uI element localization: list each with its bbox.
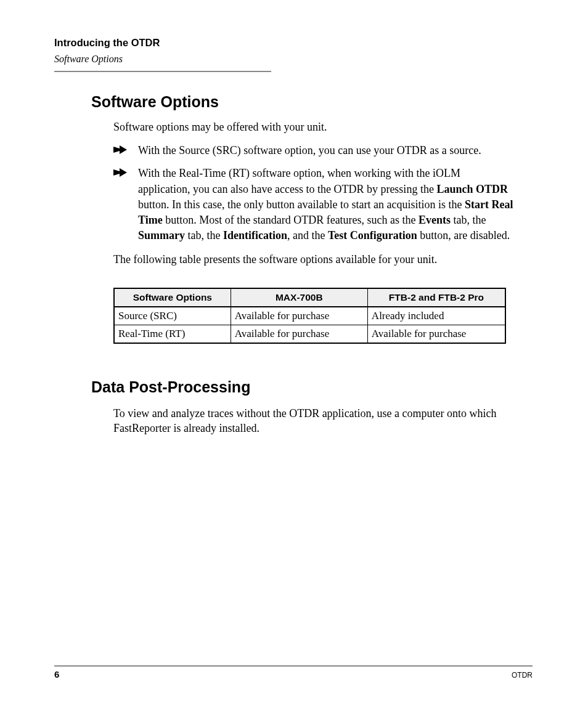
section-heading-data-post-processing: Data Post-Processing (91, 378, 533, 396)
body-text: tab, the (185, 229, 223, 241)
table-cell: Available for purchase (367, 325, 505, 343)
table-header-cell: Software Options (114, 288, 231, 307)
table-row: Source (SRC)Available for purchaseAlread… (114, 307, 505, 325)
intro-paragraph: Software options may be offered with you… (113, 120, 514, 134)
table-header-row: Software OptionsMAX-700BFTB-2 and FTB-2 … (114, 288, 505, 307)
feature-list: With the Source (SRC) software option, y… (113, 143, 514, 243)
header-section-label: Software Options (54, 54, 533, 65)
page-number: 6 (54, 669, 59, 680)
table-cell: Already included (367, 307, 505, 325)
software-options-table: Software OptionsMAX-700BFTB-2 and FTB-2 … (113, 288, 506, 344)
body-text: tab, the (451, 214, 486, 226)
table-lead-in: The following table presents the softwar… (113, 252, 514, 267)
section-heading-software-options: Software Options (91, 93, 533, 111)
list-item: With the Source (SRC) software option, y… (113, 143, 514, 158)
table-cell: Available for purchase (231, 307, 367, 325)
footer-doc-label: OTDR (512, 671, 533, 680)
header-rule (54, 71, 271, 72)
list-item: With the Real-Time (RT) software option,… (113, 166, 514, 243)
table-row: Real-Time (RT)Available for purchaseAvai… (114, 325, 505, 343)
svg-marker-1 (113, 168, 127, 177)
svg-marker-0 (113, 145, 127, 154)
page-footer: 6 OTDR (54, 665, 533, 680)
body-text: With the Real-Time (RT) software option,… (138, 167, 460, 195)
footer-rule (54, 665, 533, 667)
data-post-processing-body: To view and analyze traces without the O… (113, 406, 514, 436)
table-cell: Real-Time (RT) (114, 325, 231, 343)
body-text: button. Most of the standard OTDR featur… (163, 214, 419, 226)
arrow-bullet-icon (113, 168, 127, 177)
bold-text: Summary (138, 229, 185, 241)
bold-text: Events (419, 214, 451, 226)
body-text: , and the (287, 229, 328, 241)
bold-text: Identification (223, 229, 287, 241)
bold-text: Launch OTDR (436, 183, 508, 195)
body-text: button, are disabled. (417, 229, 510, 241)
table-header-cell: FTB-2 and FTB-2 Pro (367, 288, 505, 307)
table-cell: Available for purchase (231, 325, 367, 343)
body-text: With the Source (SRC) software option, y… (138, 144, 481, 156)
bold-text: Test Configuration (328, 229, 417, 241)
table-header-cell: MAX-700B (231, 288, 367, 307)
dpp-paragraph: To view and analyze traces without the O… (113, 406, 514, 436)
document-page: Introducing the OTDR Software Options So… (0, 0, 588, 714)
software-options-body: Software options may be offered with you… (113, 120, 514, 268)
body-text: button. In this case, the only button av… (138, 198, 465, 211)
arrow-bullet-icon (113, 145, 127, 154)
table-cell: Source (SRC) (114, 307, 231, 325)
chapter-title: Introducing the OTDR (54, 37, 533, 49)
